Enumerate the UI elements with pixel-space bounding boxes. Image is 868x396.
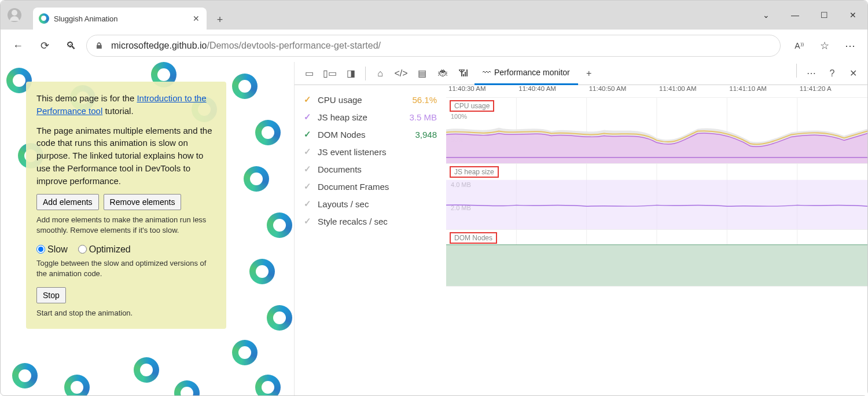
avatar-icon: [8, 8, 21, 22]
devtools-more-button[interactable]: ⋯: [801, 64, 821, 83]
metric-documents[interactable]: ✓Documents: [295, 160, 446, 178]
devtools-close-button[interactable]: ✕: [843, 64, 863, 83]
radio-optimized-input[interactable]: [78, 245, 87, 254]
metric-cpu[interactable]: ✓CPU usage56.1%: [295, 91, 446, 108]
svg-rect-16: [446, 245, 867, 286]
refresh-button[interactable]: ⟳: [33, 34, 56, 57]
elements-help: Add more elements to make the animation …: [36, 215, 216, 236]
debug-tab-icon[interactable]: 🐞︎: [433, 64, 453, 83]
radio-slow-input[interactable]: [36, 245, 45, 254]
profile-button[interactable]: [1, 1, 28, 30]
devtools-panel: ▭ ▯▭ ◨ ⌂ </> ▤ 🐞︎ 📶︎ 〰 Performance monit…: [295, 62, 867, 395]
dock-icon[interactable]: ◨: [341, 64, 361, 83]
stop-help: Start and stop the animation.: [36, 308, 216, 318]
lock-icon: 🔒︎: [95, 41, 105, 50]
favorite-button[interactable]: ☆: [813, 34, 836, 57]
radio-slow[interactable]: Slow: [36, 244, 68, 255]
elements-tab-icon[interactable]: </>: [391, 64, 411, 83]
browser-titlebar: Sluggish Animation ✕ + ⌄ — ☐ ✕: [1, 1, 867, 30]
intro-text: This demo page is for the Introduction t…: [36, 92, 216, 118]
add-elements-button[interactable]: Add elements: [36, 194, 99, 210]
network-tab-icon[interactable]: 📶︎: [454, 64, 473, 83]
back-button[interactable]: ←: [6, 34, 30, 57]
read-aloud-button[interactable]: A⁾⁾: [788, 34, 811, 57]
metric-document-frames[interactable]: ✓Document Frames: [295, 178, 446, 195]
new-tab-button[interactable]: +: [210, 10, 230, 30]
metric-dom-nodes[interactable]: ✓DOM Nodes3,948: [295, 126, 446, 143]
chart-cpu-badge: CPU usage: [450, 100, 494, 112]
url-text: microsoftedge.github.io/Demos/devtools-p…: [111, 41, 381, 51]
browser-tab[interactable]: Sluggish Animation ✕: [33, 8, 207, 30]
remove-elements-button[interactable]: Remove elements: [104, 194, 182, 210]
tab-label: Performance monitor: [494, 68, 570, 77]
console-tab-icon[interactable]: ▤: [412, 64, 432, 83]
toggle-help: Toggle between the slow and optimized ve…: [36, 258, 216, 279]
inspect-icon[interactable]: ▭: [299, 64, 319, 83]
performance-monitor-tab[interactable]: 〰 Performance monitor: [475, 62, 578, 85]
address-bar[interactable]: 🔒︎ microsoftedge.github.io/Demos/devtool…: [86, 35, 781, 57]
chart-js-heap: JS heap size 4.0 MB 2.0 MB: [446, 164, 867, 230]
more-button[interactable]: ⋯: [838, 34, 862, 57]
timestamps-row: 11:40:30 AM11:40:40 AM11:40:50 AM11:41:0…: [446, 85, 867, 98]
devtools-help-button[interactable]: ?: [822, 64, 842, 83]
demo-page: This demo page is for the Introduction t…: [1, 62, 295, 395]
tab-close-button[interactable]: ✕: [192, 14, 201, 23]
window-minimize-button[interactable]: —: [781, 1, 810, 30]
chart-dom-nodes: DOM Nodes 4,000 2,000: [446, 230, 867, 287]
info-panel: This demo page is for the Introduction t…: [26, 82, 226, 329]
chart-cpu: CPU usage 100% 50%: [446, 98, 867, 164]
metric-js-heap[interactable]: ✓JS heap size3.5 MB: [295, 108, 446, 126]
devtools-tabbar: ▭ ▯▭ ◨ ⌂ </> ▤ 🐞︎ 📶︎ 〰 Performance monit…: [295, 62, 867, 85]
chart-dom-badge: DOM Nodes: [450, 232, 497, 244]
metric-style-recalcs[interactable]: ✓Style recalcs / sec: [295, 212, 446, 230]
body-text: The page animates multiple elements and …: [36, 124, 216, 188]
tab-title: Sluggish Animation: [54, 14, 187, 23]
device-emulation-icon[interactable]: ▯▭: [320, 64, 340, 83]
stop-button[interactable]: Stop: [36, 287, 66, 303]
window-overflow-button[interactable]: ⌄: [752, 1, 781, 30]
radio-optimized[interactable]: Optimized: [78, 244, 131, 255]
metrics-list: ✓CPU usage56.1% ✓JS heap size3.5 MB ✓DOM…: [295, 85, 446, 395]
add-tab-button[interactable]: +: [579, 64, 599, 83]
charts-area: 11:40:30 AM11:40:40 AM11:40:50 AM11:41:0…: [446, 85, 867, 395]
activity-icon: 〰: [483, 68, 491, 77]
browser-toolbar: ← ⟳ 🔍︎ 🔒︎ microsoftedge.github.io/Demos/…: [1, 30, 867, 62]
edge-favicon-icon: [39, 13, 49, 24]
metric-layouts[interactable]: ✓Layouts / sec: [295, 195, 446, 212]
chart-js-badge: JS heap size: [450, 166, 499, 178]
search-button[interactable]: 🔍︎: [60, 34, 83, 57]
svg-rect-10: [446, 180, 867, 229]
window-close-button[interactable]: ✕: [838, 1, 867, 30]
metric-event-listeners[interactable]: ✓JS event listeners: [295, 143, 446, 160]
window-maximize-button[interactable]: ☐: [810, 1, 838, 30]
welcome-tab-icon[interactable]: ⌂: [370, 64, 390, 83]
